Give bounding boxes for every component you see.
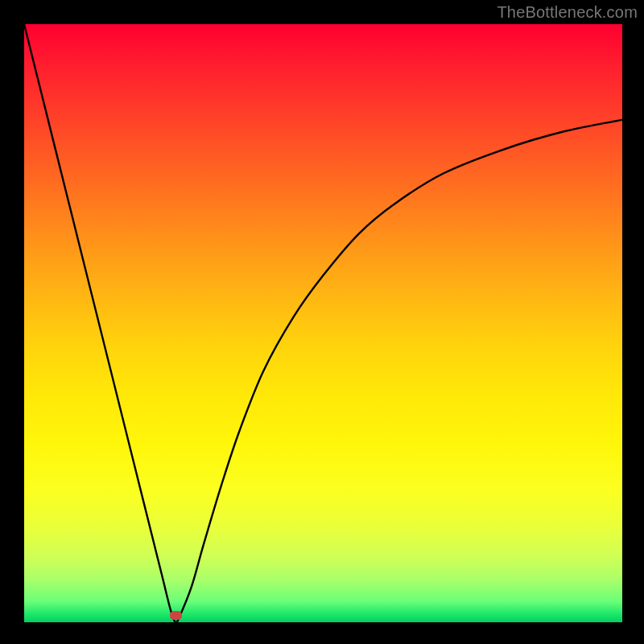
chart-frame: TheBottleneck.com [0,0,644,644]
curve-path [24,24,622,622]
bottleneck-curve [24,24,622,622]
plot-area [24,24,622,622]
minimum-marker [170,611,182,620]
watermark-text: TheBottleneck.com [497,3,638,22]
